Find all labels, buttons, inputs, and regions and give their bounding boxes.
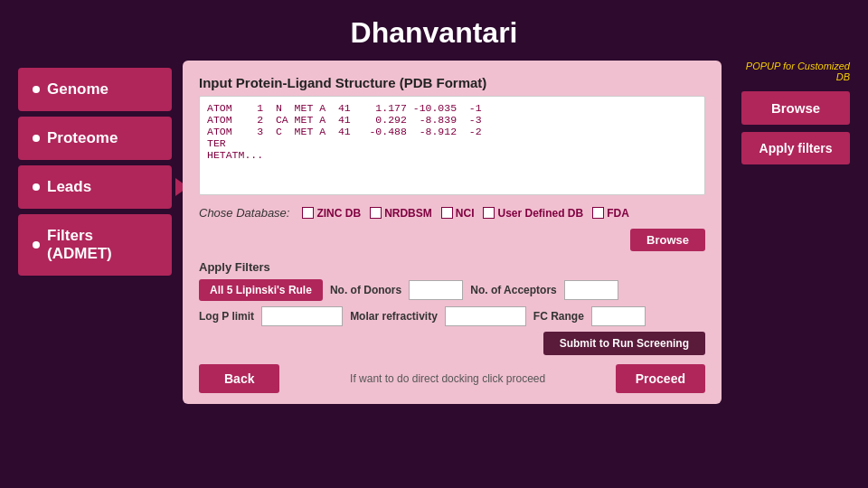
checkbox-zinc[interactable] [302, 207, 314, 219]
center-panel: Input Protein-Ligand Structure (PDB Form… [183, 61, 722, 404]
sidebar-item-genome[interactable]: Genome [18, 68, 172, 111]
acceptors-label: No. of Acceptors [470, 284, 557, 296]
fc-input[interactable] [591, 306, 646, 326]
acceptors-input[interactable] [564, 280, 618, 300]
page-title: Dhanvantari [0, 0, 868, 61]
proceed-button[interactable]: Proceed [616, 364, 705, 393]
db-nrdbsm[interactable]: NRDBSM [370, 207, 432, 220]
checkbox-userdb[interactable] [483, 207, 495, 219]
bottom-note: If want to do direct docking click proce… [350, 372, 545, 385]
apply-filters-section: Apply Filters All 5 Lipinski's Rule No. … [199, 260, 705, 355]
donors-input[interactable] [409, 280, 463, 300]
bullet-proteome [33, 135, 40, 142]
checkbox-nci[interactable] [441, 207, 453, 219]
db-userdb[interactable]: User Defined DB [483, 207, 583, 220]
submit-screening-button[interactable]: Submit to Run Screening [543, 332, 705, 355]
sidebar-item-leads[interactable]: Leads [18, 165, 172, 209]
fc-label: FC Range [533, 310, 584, 323]
back-button[interactable]: Back [199, 364, 279, 393]
logp-input[interactable] [261, 306, 343, 326]
chose-database-label: Chose Database: [199, 206, 289, 220]
popup-label: POPUP for Customized DB [732, 61, 850, 82]
browse-button[interactable]: Browse [630, 229, 705, 251]
molar-input[interactable] [445, 306, 526, 326]
db-zinc[interactable]: ZINC DB [302, 207, 361, 220]
all5-lipinski-button[interactable]: All 5 Lipinski's Rule [199, 279, 323, 301]
db-fda[interactable]: FDA [592, 207, 629, 220]
bullet-leads [33, 183, 40, 191]
apply-filters-button[interactable]: Apply filters [741, 132, 850, 164]
apply-filters-title: Apply Filters [199, 260, 705, 274]
checkbox-fda[interactable] [592, 207, 604, 219]
donors-label: No. of Donors [330, 284, 401, 296]
db-nci[interactable]: NCI [441, 207, 475, 220]
pdb-input[interactable]: ATOM 1 N MET A 41 1.177 -10.035 -1 ATOM … [199, 96, 705, 195]
sidebar-item-filters[interactable]: Filters (ADMET) [18, 214, 172, 276]
molar-label: Molar refractivity [350, 310, 438, 323]
sidebar: Genome Proteome Leads Filters (ADMET) [18, 61, 172, 404]
right-panel: POPUP for Customized DB Browse Apply fil… [732, 61, 850, 404]
bullet-filters [33, 241, 40, 249]
bullet-genome [33, 86, 40, 93]
sidebar-item-proteome[interactable]: Proteome [18, 117, 172, 160]
right-browse-button[interactable]: Browse [741, 91, 850, 125]
checkbox-nrdbsm[interactable] [370, 207, 382, 219]
input-section-title: Input Protein-Ligand Structure (PDB Form… [199, 75, 705, 90]
logp-label: Log P limit [199, 310, 254, 323]
